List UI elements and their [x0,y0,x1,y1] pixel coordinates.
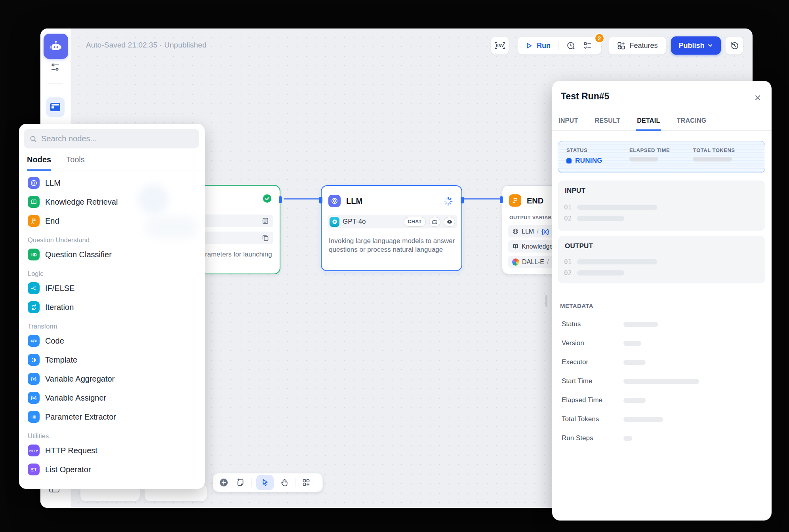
tab-nodes[interactable]: Nodes [27,155,51,171]
model-name: GPT-4o [343,218,400,226]
checklist-count-badge: 2 [595,33,604,43]
row-number: 02 [564,215,572,222]
var-token: {x} [541,228,549,235]
meta-label: Run Steps [560,434,623,442]
running-spinner-icon [443,196,454,207]
node-search-panel: Nodes Tools LLM Knowledge Retrieval [19,124,205,489]
chevron-down-icon [707,42,713,49]
auto-layout-button[interactable] [300,477,312,488]
app-logo[interactable] [44,34,68,59]
run-panel-tabs: INPUT RESULT DETAIL TRACING [552,117,772,131]
llm-var-icon [512,228,519,235]
node-item-label: HTTP Request [45,446,97,455]
hand-tool-button[interactable] [278,477,290,488]
start-output-handle[interactable] [279,196,282,203]
scroll-indicator[interactable] [545,295,547,307]
template-icon [28,354,40,366]
var-name: DALL-E [522,258,544,266]
add-node-button[interactable] [218,477,230,488]
book-icon [28,196,40,208]
skeleton-bar [693,157,732,162]
publish-button[interactable]: Publish [671,36,721,55]
model-selector[interactable]: GPT-4o CHAT [328,215,457,228]
openai-icon [330,217,339,227]
vision-eye-badge [444,217,455,227]
tokens-column: TOTAL TOKENS [693,147,765,173]
meta-label: Executor [560,358,623,366]
node-item-template[interactable]: Template [25,350,199,369]
tab-input[interactable]: INPUT [558,117,579,131]
agent-badge [429,217,440,227]
meta-label: Version [560,339,623,347]
node-item-list-operator[interactable]: List Operator [25,460,199,479]
node-item-http-request[interactable]: HTTP HTTP Request [25,441,199,460]
llm-node-title: LLM [346,197,362,206]
schedule-run-icon[interactable] [566,41,576,51]
skeleton-bar [577,216,624,221]
llm-output-handle[interactable] [461,197,464,203]
history-button[interactable] [725,36,743,55]
node-item-iteration[interactable]: Iteration [25,298,199,317]
end-input-handle[interactable] [500,196,503,203]
pointer-tool-button[interactable] [256,475,274,490]
settings-sliders-icon[interactable] [50,61,61,73]
node-item-parameter-extractor[interactable]: Parameter Extractor [25,407,199,426]
features-icon [617,41,626,50]
node-item-code[interactable]: </> Code [25,331,199,350]
http-icon: HTTP [28,445,40,456]
node-item-question-classifier[interactable]: Question Classifier [25,245,199,264]
code-icon: </> [28,335,40,347]
var-name: Knowledge [522,243,553,250]
chat-mode-badge: CHAT [404,217,426,227]
node-item-knowledge-retrieval[interactable]: Knowledge Retrieval [25,192,199,211]
skeleton-bar [623,417,663,422]
tab-tracing[interactable]: TRACING [676,117,707,131]
panel-title: Test Run#5 [561,91,609,102]
skeleton-bar [623,436,632,441]
var-separator: / [547,258,549,266]
features-label: Features [629,42,658,50]
publish-label: Publish [678,42,704,50]
tab-result[interactable]: RESULT [594,117,621,131]
document-lines-icon [261,217,269,225]
tab-tools[interactable]: Tools [66,155,85,171]
output-title: OUTPUT [565,242,758,250]
checklist-icon[interactable] [583,41,593,51]
history-icon [730,41,739,51]
node-item-llm[interactable]: LLM [25,173,199,192]
node-item-label: Question Classifier [45,250,112,259]
node-list: LLM Knowledge Retrieval End Question Und… [24,171,200,479]
window-icon [50,102,61,112]
features-button[interactable]: Features [608,36,666,55]
close-icon[interactable] [753,93,763,103]
node-item-if-else[interactable]: IF/ELSE [25,279,199,298]
run-button[interactable]: Run [537,42,551,50]
skeleton-bar [623,341,641,346]
canvas-toolbar [213,473,323,492]
node-item-label: IF/ELSE [45,284,74,293]
dalle-icon [512,258,519,266]
llm-icon [28,177,40,189]
row-number: 02 [564,269,572,277]
input-title: INPUT [565,187,758,195]
node-item-variable-assigner[interactable]: {=} Variable Assigner [25,388,199,407]
funnel-list-icon [28,464,40,475]
variable-aggregator-icon: {x} [28,373,40,385]
llm-node[interactable]: LLM GPT-4o CHAT Invoking large lan [321,185,462,271]
output-card: OUTPUT 01 02 [558,236,765,283]
sidebar-item-workflow[interactable] [46,97,65,117]
llm-input-handle[interactable] [319,197,322,203]
search-input[interactable] [41,134,194,143]
end-flag-icon [509,194,521,207]
loop-arrows-icon [28,301,40,313]
node-item-label: List Operator [45,465,91,474]
env-button[interactable]: ENV [491,36,509,55]
running-dot [566,158,572,163]
node-item-variable-aggregator[interactable]: {x} Variable Aggregator [25,369,199,388]
sidebar-divider [48,83,63,84]
node-item-end[interactable]: End [25,211,199,230]
tab-detail[interactable]: DETAIL [636,117,661,131]
autosave-status: Auto-Saved 21:02:35 · Unpublished [86,41,206,49]
add-note-button[interactable] [234,477,246,488]
play-icon[interactable] [525,42,533,50]
